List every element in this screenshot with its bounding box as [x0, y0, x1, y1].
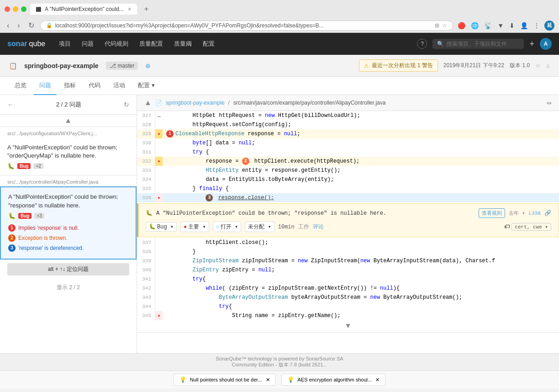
cast-button[interactable]: 📡 [483, 21, 493, 30]
notification-1[interactable]: 💡 Null pointers should not be der... ✕ [174, 374, 276, 386]
issue-card-2[interactable]: A "NullPointerException" could be thrown… [0, 186, 137, 259]
step-num-3: 3 [8, 244, 16, 252]
nav-item-quality-profiles[interactable]: 质量配置 [135, 33, 168, 55]
code-project-name[interactable]: springboot-pay-example [166, 100, 225, 106]
sub-nav-config[interactable]: 配置 ▾ [132, 77, 160, 95]
assignee-dropdown[interactable]: 未分配 ▾ [245, 222, 274, 232]
translate-button[interactable]: 🌐 [470, 21, 480, 30]
sub-nav-code[interactable]: 代码 [83, 77, 106, 95]
tab-title: A "NullPointerException" could... [45, 6, 124, 12]
footer-sonar-text: SonarQube™ technology is powered by Sona… [7, 356, 552, 361]
status-dropdown[interactable]: ○ 打开 ▾ [213, 222, 242, 232]
menu-button[interactable]: ⋮ [533, 21, 541, 30]
issue2-count-badge: +3 [34, 213, 44, 219]
search-input[interactable] [447, 41, 519, 47]
home-icon[interactable]: ⌂ [546, 62, 550, 69]
browser-user-avatar[interactable]: 延 [544, 21, 554, 31]
star-icon[interactable]: ☆ [442, 22, 447, 29]
notif-2-close[interactable]: ✕ [375, 377, 380, 383]
comment-link[interactable]: 评论 [313, 223, 324, 231]
reload-button[interactable]: ↻ [26, 20, 37, 31]
sub-nav-activity[interactable]: 活动 [108, 77, 131, 95]
back-button[interactable]: ‹ [5, 21, 11, 31]
path-separator: / [228, 100, 230, 106]
notif-1-close[interactable]: ✕ [266, 377, 270, 383]
tags-label[interactable]: cert, cwe ▾ [512, 223, 551, 231]
nav-item-rules[interactable]: 代码规则 [100, 33, 133, 55]
line-num-339: 339 [137, 256, 155, 265]
line-num-332: 332 [137, 157, 155, 166]
sub-nav-issues[interactable]: 问题 [34, 77, 57, 95]
line-num-343: 343 [137, 293, 155, 302]
project-name[interactable]: springboot-pay-example [24, 62, 99, 69]
nav-item-issues[interactable]: 问题 [77, 33, 98, 55]
traffic-light-green[interactable] [21, 6, 26, 12]
nav-item-projects[interactable]: 项目 [54, 33, 75, 55]
line-num-338: 338 [137, 247, 155, 256]
code-line-335: 335 } finally { [137, 184, 559, 193]
severity-dropdown[interactable]: ● 主要 ▾ [180, 222, 209, 232]
line-marker-345 [155, 311, 163, 320]
nav-item-quality-gates[interactable]: 质量阈 [169, 33, 196, 55]
browser-chrome: ⬛ A "NullPointerException" could... ✕ + … [0, 0, 559, 33]
scroll-up-indicator[interactable]: ▲ [0, 115, 137, 127]
line-content-335: } finally { [163, 184, 559, 193]
code-line-339: 339 ZipInputStream zipInputStream = new … [137, 256, 559, 265]
code-container[interactable]: 327 … HttpGet httpRequest = new HttpGet(… [137, 111, 559, 353]
forward-button[interactable]: › [15, 21, 22, 31]
project-header-right: ⚠ 最近一次分析出现 1 警告 2019年8月21日 下午9:22 版本 1.0… [359, 59, 550, 72]
status-label: 打开 ▾ [221, 223, 238, 231]
line-marker-339 [155, 256, 163, 265]
refresh-button[interactable]: ↻ [124, 101, 129, 108]
user-avatar[interactable]: A [540, 38, 552, 50]
traffic-light-yellow[interactable] [13, 6, 18, 12]
code-scroll-down[interactable]: ▼ [137, 320, 559, 333]
nav-item-config[interactable]: 配置 [198, 33, 219, 55]
left-panel-header: ← 2 / 2 问题 ↻ [0, 95, 137, 115]
sub-nav: 总览 问题 指标 代码 活动 配置 ▾ [0, 77, 559, 95]
line-num-335: 335 [137, 184, 155, 193]
favorite-icon[interactable]: ☆ [535, 62, 541, 69]
tab-close-button[interactable]: ✕ [127, 6, 132, 12]
locate-button[interactable]: alt + ↑↓ 定位问题 [7, 263, 129, 275]
add-branch-icon[interactable]: ⊕ [145, 62, 151, 69]
warning-badge[interactable]: ⚠ 最近一次分析出现 1 警告 [359, 59, 438, 72]
issue1-bug-badge: Bug [17, 163, 31, 169]
address-box[interactable]: 🔒 localhost:9000/project/issues?id=my%3A… [40, 21, 453, 31]
line-marker-335 [155, 184, 163, 193]
bug-type-dropdown[interactable]: 🐛 Bug ▾ [146, 222, 177, 232]
expand-button[interactable]: ⇔ [547, 100, 552, 106]
issue1-bug-icon: 🐛 [7, 163, 15, 170]
footer-edition-text: Community Edition - 版本 7.8 (build 2621..… [7, 361, 552, 368]
help-button[interactable]: ? [417, 39, 427, 49]
line-content-333: HttpEntity entity = response.getEntity()… [163, 166, 559, 175]
traffic-light-red[interactable] [5, 6, 10, 12]
line-marker-333 [155, 166, 163, 175]
line-content-343: ByteArrayOutputStream byteArrayOutputStr… [163, 293, 559, 302]
right-panel: ▲ 📄 springboot-pay-example / src/main/ja… [137, 95, 559, 353]
issue-panel-time[interactable]: 去年 ▾ [509, 210, 525, 217]
code-line-328: 328 httpRequest.setConfig(config); [137, 120, 559, 129]
code-scroll-up[interactable]: ▲ [144, 99, 152, 107]
vpn-button[interactable]: ▼ [496, 21, 505, 30]
download-button[interactable]: ⬇ [508, 21, 516, 30]
line-num-329: 329 [137, 129, 155, 138]
notification-2[interactable]: 💡 AES encryption algorithm shoul... ✕ [281, 374, 386, 386]
sub-nav-metrics[interactable]: 指标 [58, 77, 81, 95]
prev-issue-arrow[interactable]: ← [7, 101, 14, 108]
version-info: 版本 1.0 [510, 62, 530, 69]
line-marker-327: … [155, 111, 163, 120]
profile-button[interactable]: 👤 [519, 21, 529, 30]
sub-nav-overview[interactable]: 总览 [9, 77, 32, 95]
see-rule-button[interactable]: 查看规则 [479, 208, 505, 218]
extensions-button[interactable]: 🔴 [457, 21, 466, 30]
add-button[interactable]: + [529, 39, 534, 49]
permalink-icon[interactable]: 🔗 [544, 210, 551, 217]
new-tab-button[interactable]: + [141, 4, 152, 14]
issue1-count-badge: +2 [33, 163, 43, 169]
work-label: 工作 [298, 223, 309, 231]
issue1-file-path: src/.../pay/configuration/WXPayClient.j.… [0, 127, 137, 138]
browser-tab[interactable]: ⬛ A "NullPointerException" could... ✕ [30, 4, 137, 15]
issue-card-1[interactable]: A "NullPointerException" could be thrown… [0, 138, 137, 175]
issue-panel-bug-icon: 🐛 [146, 210, 153, 217]
